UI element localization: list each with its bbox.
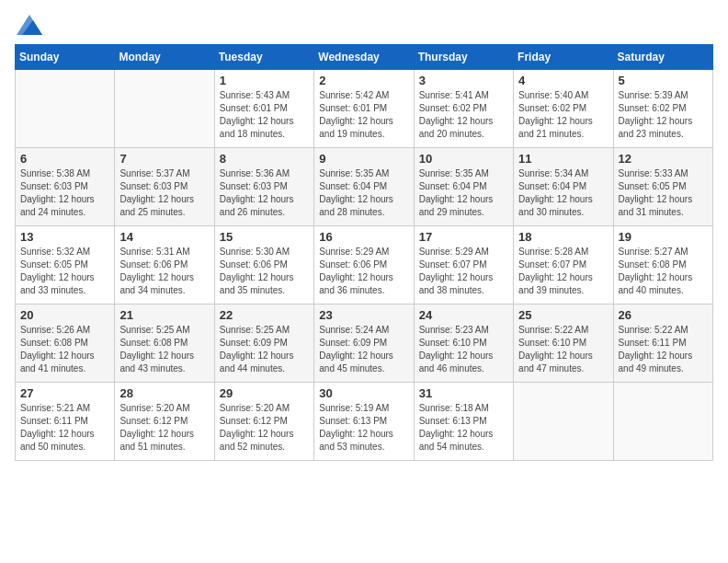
calendar-cell	[115, 70, 214, 148]
day-number: 23	[319, 308, 408, 322]
calendar-week-row: 1Sunrise: 5:43 AM Sunset: 6:01 PM Daylig…	[16, 70, 713, 148]
day-number: 20	[20, 308, 109, 322]
calendar-cell: 3Sunrise: 5:41 AM Sunset: 6:02 PM Daylig…	[414, 70, 513, 148]
calendar-cell: 12Sunrise: 5:33 AM Sunset: 6:05 PM Dayli…	[613, 148, 712, 226]
day-info: Sunrise: 5:43 AM Sunset: 6:01 PM Dayligh…	[220, 89, 309, 141]
day-number: 1	[220, 74, 309, 87]
calendar-cell: 25Sunrise: 5:22 AM Sunset: 6:10 PM Dayli…	[514, 304, 613, 383]
day-number: 8	[220, 152, 309, 166]
day-info: Sunrise: 5:34 AM Sunset: 6:04 PM Dayligh…	[518, 167, 608, 219]
calendar-week-row: 20Sunrise: 5:26 AM Sunset: 6:08 PM Dayli…	[16, 304, 713, 383]
day-number: 6	[20, 152, 109, 166]
calendar-cell: 27Sunrise: 5:21 AM Sunset: 6:11 PM Dayli…	[16, 383, 115, 461]
calendar-cell: 15Sunrise: 5:30 AM Sunset: 6:06 PM Dayli…	[214, 226, 313, 304]
weekday-header-cell: Friday	[514, 45, 613, 70]
calendar-cell: 13Sunrise: 5:32 AM Sunset: 6:05 PM Dayli…	[16, 226, 115, 304]
calendar-cell: 31Sunrise: 5:18 AM Sunset: 6:13 PM Dayli…	[414, 383, 513, 461]
day-number: 18	[518, 230, 608, 244]
calendar-week-row: 13Sunrise: 5:32 AM Sunset: 6:05 PM Dayli…	[16, 226, 713, 304]
day-info: Sunrise: 5:29 AM Sunset: 6:06 PM Dayligh…	[319, 246, 408, 297]
calendar-cell: 24Sunrise: 5:23 AM Sunset: 6:10 PM Dayli…	[414, 304, 513, 383]
day-number: 4	[518, 74, 608, 87]
day-number: 12	[619, 152, 708, 166]
day-number: 15	[220, 230, 309, 244]
day-number: 19	[619, 230, 708, 244]
calendar-cell: 23Sunrise: 5:24 AM Sunset: 6:09 PM Dayli…	[314, 304, 414, 383]
day-info: Sunrise: 5:22 AM Sunset: 6:10 PM Dayligh…	[518, 324, 608, 375]
day-number: 26	[619, 308, 708, 322]
day-info: Sunrise: 5:20 AM Sunset: 6:12 PM Dayligh…	[119, 402, 209, 454]
logo-icon	[17, 15, 42, 35]
weekday-header-row: SundayMondayTuesdayWednesdayThursdayFrid…	[16, 45, 713, 70]
day-info: Sunrise: 5:23 AM Sunset: 6:10 PM Dayligh…	[419, 324, 508, 375]
day-number: 11	[518, 152, 608, 166]
day-info: Sunrise: 5:25 AM Sunset: 6:09 PM Dayligh…	[220, 324, 309, 375]
calendar-cell	[16, 70, 115, 148]
day-number: 13	[20, 230, 109, 244]
weekday-header-cell: Monday	[115, 45, 214, 70]
day-number: 24	[419, 308, 508, 322]
calendar-cell: 30Sunrise: 5:19 AM Sunset: 6:13 PM Dayli…	[314, 383, 414, 461]
calendar-cell: 21Sunrise: 5:25 AM Sunset: 6:08 PM Dayli…	[115, 304, 214, 383]
day-info: Sunrise: 5:33 AM Sunset: 6:05 PM Dayligh…	[619, 167, 708, 219]
day-info: Sunrise: 5:26 AM Sunset: 6:08 PM Dayligh…	[20, 324, 109, 375]
calendar-cell: 17Sunrise: 5:29 AM Sunset: 6:07 PM Dayli…	[414, 226, 513, 304]
day-number: 28	[119, 386, 209, 400]
day-info: Sunrise: 5:28 AM Sunset: 6:07 PM Dayligh…	[518, 246, 608, 297]
calendar-cell: 5Sunrise: 5:39 AM Sunset: 6:02 PM Daylig…	[613, 70, 712, 148]
day-number: 22	[220, 308, 309, 322]
day-number: 31	[419, 386, 508, 400]
day-info: Sunrise: 5:40 AM Sunset: 6:02 PM Dayligh…	[518, 89, 608, 141]
day-info: Sunrise: 5:35 AM Sunset: 6:04 PM Dayligh…	[319, 167, 408, 219]
calendar-week-row: 6Sunrise: 5:38 AM Sunset: 6:03 PM Daylig…	[16, 148, 713, 226]
day-number: 10	[419, 152, 508, 166]
weekday-header-cell: Wednesday	[314, 45, 414, 70]
day-number: 5	[619, 74, 708, 87]
day-info: Sunrise: 5:25 AM Sunset: 6:08 PM Dayligh…	[119, 324, 209, 375]
calendar-cell: 14Sunrise: 5:31 AM Sunset: 6:06 PM Dayli…	[115, 226, 214, 304]
day-info: Sunrise: 5:31 AM Sunset: 6:06 PM Dayligh…	[119, 246, 209, 297]
day-number: 9	[319, 152, 408, 166]
calendar-cell: 8Sunrise: 5:36 AM Sunset: 6:03 PM Daylig…	[214, 148, 313, 226]
calendar-cell: 18Sunrise: 5:28 AM Sunset: 6:07 PM Dayli…	[514, 226, 613, 304]
day-number: 30	[319, 386, 408, 400]
calendar-cell: 10Sunrise: 5:35 AM Sunset: 6:04 PM Dayli…	[414, 148, 513, 226]
weekday-header-cell: Sunday	[16, 45, 115, 70]
calendar-table: SundayMondayTuesdayWednesdayThursdayFrid…	[15, 44, 713, 461]
day-info: Sunrise: 5:36 AM Sunset: 6:03 PM Dayligh…	[220, 167, 309, 219]
calendar-cell: 22Sunrise: 5:25 AM Sunset: 6:09 PM Dayli…	[214, 304, 313, 383]
calendar-cell: 19Sunrise: 5:27 AM Sunset: 6:08 PM Dayli…	[613, 226, 712, 304]
day-info: Sunrise: 5:22 AM Sunset: 6:11 PM Dayligh…	[619, 324, 708, 375]
day-number: 14	[119, 230, 209, 244]
day-info: Sunrise: 5:38 AM Sunset: 6:03 PM Dayligh…	[20, 167, 109, 219]
calendar-cell: 11Sunrise: 5:34 AM Sunset: 6:04 PM Dayli…	[514, 148, 613, 226]
logo	[15, 15, 42, 35]
calendar-cell: 2Sunrise: 5:42 AM Sunset: 6:01 PM Daylig…	[314, 70, 414, 148]
day-number: 27	[20, 386, 109, 400]
day-info: Sunrise: 5:41 AM Sunset: 6:02 PM Dayligh…	[419, 89, 508, 141]
day-number: 21	[119, 308, 209, 322]
calendar-cell: 1Sunrise: 5:43 AM Sunset: 6:01 PM Daylig…	[214, 70, 313, 148]
calendar-cell	[613, 383, 712, 461]
day-info: Sunrise: 5:29 AM Sunset: 6:07 PM Dayligh…	[419, 246, 508, 297]
day-info: Sunrise: 5:39 AM Sunset: 6:02 PM Dayligh…	[619, 89, 708, 141]
day-number: 29	[220, 386, 309, 400]
calendar-body: 1Sunrise: 5:43 AM Sunset: 6:01 PM Daylig…	[16, 70, 713, 461]
day-info: Sunrise: 5:21 AM Sunset: 6:11 PM Dayligh…	[20, 402, 109, 454]
day-info: Sunrise: 5:35 AM Sunset: 6:04 PM Dayligh…	[419, 167, 508, 219]
calendar-cell: 9Sunrise: 5:35 AM Sunset: 6:04 PM Daylig…	[314, 148, 414, 226]
calendar-cell: 7Sunrise: 5:37 AM Sunset: 6:03 PM Daylig…	[115, 148, 214, 226]
day-info: Sunrise: 5:42 AM Sunset: 6:01 PM Dayligh…	[319, 89, 408, 141]
day-info: Sunrise: 5:19 AM Sunset: 6:13 PM Dayligh…	[319, 402, 408, 454]
calendar-cell: 6Sunrise: 5:38 AM Sunset: 6:03 PM Daylig…	[16, 148, 115, 226]
day-number: 16	[319, 230, 408, 244]
weekday-header-cell: Thursday	[414, 45, 513, 70]
calendar-week-row: 27Sunrise: 5:21 AM Sunset: 6:11 PM Dayli…	[16, 383, 713, 461]
day-info: Sunrise: 5:20 AM Sunset: 6:12 PM Dayligh…	[220, 402, 309, 454]
day-number: 3	[419, 74, 508, 87]
day-info: Sunrise: 5:24 AM Sunset: 6:09 PM Dayligh…	[319, 324, 408, 375]
day-info: Sunrise: 5:18 AM Sunset: 6:13 PM Dayligh…	[419, 402, 508, 454]
weekday-header-cell: Tuesday	[214, 45, 313, 70]
calendar-cell: 29Sunrise: 5:20 AM Sunset: 6:12 PM Dayli…	[214, 383, 313, 461]
day-info: Sunrise: 5:32 AM Sunset: 6:05 PM Dayligh…	[20, 246, 109, 297]
